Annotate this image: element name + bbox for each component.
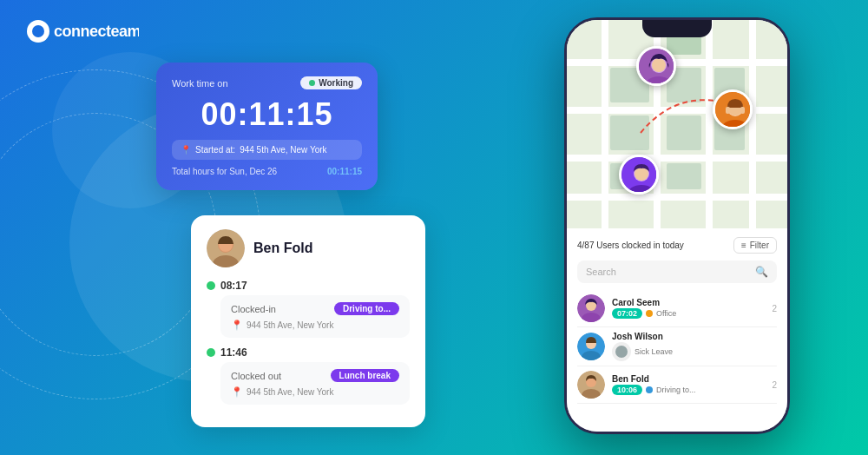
event-time-1: 08:17 (220, 280, 247, 292)
started-label: Started at: (195, 145, 235, 155)
timeline-item-2: 11:46 Clocked out Lunch break 📍 944 5th … (207, 346, 410, 405)
phone-screen: 4/87 Users clocked in today ≡ Filter Sea… (567, 20, 787, 432)
pin-icon: 📍 (181, 145, 191, 155)
carol-status-text: Office (656, 309, 676, 318)
pin-2: 📍 (231, 386, 243, 398)
carol-info: Carol Seem 07:02 Office (612, 298, 765, 319)
pin-1: 📍 (231, 320, 243, 331)
timeline-time-1: 08:17 (207, 280, 410, 292)
search-bar[interactable]: Search 🔍 (577, 260, 777, 283)
josh-name: Josh Wilson (612, 332, 770, 341)
timeline-row-2: Clocked out Lunch break (231, 369, 399, 382)
timeline-detail-1: Clocked-in Driving to... 📍 944 5th Ave, … (220, 295, 410, 338)
svg-point-28 (652, 58, 666, 72)
work-time-label: Work time on (172, 78, 228, 89)
ben-name-list: Ben Fold (612, 374, 765, 384)
start-location: 944 5th Ave, New York (240, 145, 326, 155)
users-clocked-header: 4/87 Users clocked in today ≡ Filter (577, 237, 777, 254)
search-icon: 🔍 (755, 266, 768, 278)
svg-rect-33 (726, 107, 730, 114)
event-action-1: Clocked-in (231, 304, 276, 314)
josh-meta: Sick Leave (612, 342, 770, 361)
event-time-2: 11:46 (220, 346, 247, 359)
carol-name: Carol Seem (612, 298, 765, 307)
working-badge: Working (300, 76, 362, 89)
filter-label: Filter (750, 241, 769, 250)
timeline-dot-2 (207, 348, 215, 357)
map-avatar-woman (636, 46, 676, 86)
ben-info: Ben Fold 10:06 Driving to... (612, 374, 765, 395)
logo: connecteam (26, 19, 139, 49)
event-tag-2: Lunch break (331, 369, 399, 382)
ben-fold-name: Ben Fold (253, 241, 312, 256)
phone-notch (642, 20, 712, 37)
working-status: Working (319, 78, 353, 88)
josh-status-icon (612, 342, 631, 361)
ben-status-dot (646, 386, 653, 393)
timeline-time-2: 11:46 (207, 346, 410, 359)
timeline-detail-2: Clocked out Lunch break 📍 944 5th Ave, N… (220, 362, 410, 405)
total-time: 00:11:15 (327, 167, 362, 176)
event-action-2: Clocked out (231, 371, 281, 381)
event-address-1: 📍 944 5th Ave, New York (231, 320, 399, 331)
carol-avatar (577, 294, 605, 322)
map-svg (567, 20, 787, 228)
search-text: Search (586, 267, 616, 277)
user-list-item-ben: Ben Fold 10:06 Driving to... 2 (577, 366, 777, 404)
svg-rect-24 (667, 163, 701, 189)
ben-fold-header: Ben Fold (207, 229, 410, 267)
working-dot (309, 80, 315, 86)
carol-status-dot (646, 310, 653, 317)
timeline-item-1: 08:17 Clocked-in Driving to... 📍 944 5th… (207, 280, 410, 338)
event-address-2: 📍 944 5th Ave, New York (231, 386, 399, 398)
svg-point-1 (32, 25, 44, 37)
timeline-dot-1 (207, 281, 215, 290)
work-time-location: 📍 Started at: 944 5th Ave, New York (172, 140, 362, 160)
carol-count: 2 (772, 304, 777, 313)
carol-time: 07:02 (612, 308, 642, 319)
work-time-header: Work time on Working (172, 76, 362, 89)
ben-time: 10:06 (612, 385, 642, 395)
phone-bottom: 4/87 Users clocked in today ≡ Filter Sea… (567, 228, 787, 432)
svg-text:connecteam: connecteam (54, 23, 139, 40)
timeline-row-1: Clocked-in Driving to... (231, 302, 399, 315)
carol-meta: 07:02 Office (612, 308, 765, 319)
ben-fold-avatar (207, 229, 245, 267)
svg-rect-12 (602, 20, 608, 228)
josh-info: Josh Wilson Sick Leave (612, 332, 770, 361)
ben-status-text: Driving to... (656, 386, 696, 394)
users-clocked-text: 4/87 Users clocked in today (577, 241, 684, 250)
filter-button[interactable]: ≡ Filter (733, 237, 777, 254)
svg-rect-34 (740, 107, 745, 114)
map-area (567, 20, 787, 228)
ben-meta: 10:06 Driving to... (612, 385, 765, 395)
work-time-value: 00:11:15 (172, 96, 362, 133)
address-text-2: 944 5th Ave, New York (247, 387, 333, 397)
josh-status-text: Sick Leave (635, 347, 673, 356)
svg-rect-15 (749, 20, 756, 228)
svg-rect-20 (610, 115, 649, 150)
map-avatar-man-orange (713, 89, 753, 129)
total-label: Total hours for Sun, Dec 26 (172, 167, 277, 176)
svg-rect-14 (706, 20, 713, 228)
svg-rect-21 (667, 115, 701, 150)
work-time-card: Work time on Working 00:11:15 📍 Started … (156, 63, 378, 190)
filter-icon: ≡ (741, 241, 746, 250)
ben-fold-card: Ben Fold 08:17 Clocked-in Driving to... … (191, 215, 425, 427)
ben-count: 2 (772, 380, 777, 390)
address-text-1: 944 5th Ave, New York (247, 320, 333, 330)
user-list-item-josh: Josh Wilson Sick Leave (577, 327, 777, 366)
josh-avatar (577, 333, 605, 360)
phone-mockup: 4/87 Users clocked in today ≡ Filter Sea… (564, 17, 790, 434)
map-avatar-man-purple (619, 155, 659, 195)
work-time-total: Total hours for Sun, Dec 26 00:11:15 (172, 167, 362, 176)
ben-avatar-sm (577, 371, 605, 399)
user-list-item-carol: Carol Seem 07:02 Office 2 (577, 290, 777, 327)
event-tag-1: Driving to... (334, 302, 399, 315)
